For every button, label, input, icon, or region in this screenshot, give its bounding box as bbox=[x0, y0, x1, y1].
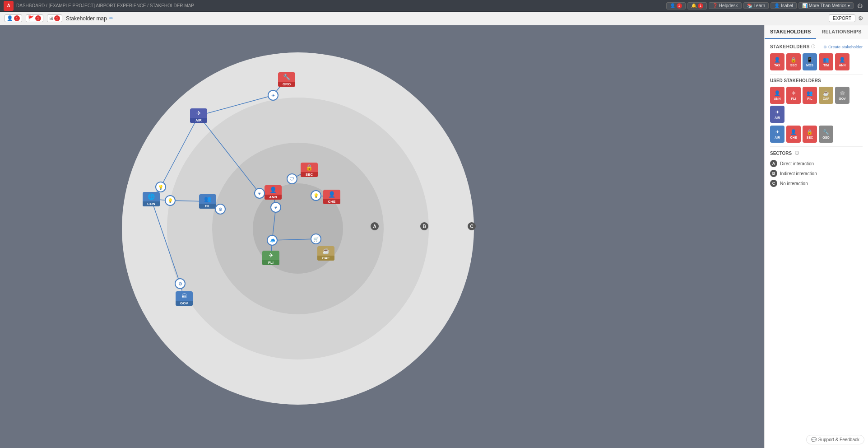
sector-c: C No interaction bbox=[770, 180, 863, 187]
support-feedback-btn[interactable]: 💬 Support & Feedback bbox=[806, 435, 864, 444]
svg-point-2 bbox=[212, 143, 384, 314]
node-ann[interactable]: 👤 ANN bbox=[265, 185, 282, 200]
stakeholders-title: STAKEHOLDERS bbox=[770, 44, 810, 49]
used-sh-sec2[interactable]: 🔒SEC bbox=[803, 126, 817, 143]
svg-line-22 bbox=[272, 239, 316, 240]
helpdesk-label: Helpdesk bbox=[719, 3, 738, 8]
sh-icon-tax[interactable]: 👤 TAX bbox=[770, 53, 784, 70]
sector-b: B Indirect interaction bbox=[770, 170, 863, 177]
export-button[interactable]: EXPORT bbox=[829, 14, 855, 22]
settings-icon[interactable]: ⚙ bbox=[858, 15, 863, 22]
node-gov[interactable]: 🏛 GOV bbox=[176, 291, 193, 306]
nav-right: 👤 1 🔔 1 ❓ Helpdesk 📚 Learn 👤 Isabel 📊 Mo… bbox=[666, 2, 864, 10]
node-fli[interactable]: ✈ FLI bbox=[262, 251, 279, 265]
svg-text:C: C bbox=[470, 224, 473, 229]
svg-line-13 bbox=[161, 116, 199, 187]
used-sh-pil[interactable]: 👥PIL bbox=[803, 87, 817, 104]
circle-node-2[interactable]: 💡 bbox=[155, 182, 166, 192]
circle-node-5[interactable]: 💡 bbox=[311, 190, 321, 201]
user-btn[interactable]: 👤 Isabel bbox=[771, 2, 797, 9]
used-sh-gso[interactable]: 🔧GSO bbox=[819, 126, 833, 143]
used-sh-caf[interactable]: ☕CAF bbox=[819, 87, 833, 104]
tab-group-2[interactable]: 🚩 1 bbox=[26, 14, 43, 22]
svg-point-0 bbox=[122, 52, 474, 405]
circle-node-7[interactable]: ♥ bbox=[270, 202, 281, 213]
circle-node-11[interactable]: ⚙ bbox=[175, 278, 186, 289]
tab-group-1[interactable]: 👤 1 bbox=[5, 14, 22, 22]
sector-c-badge: C bbox=[770, 180, 777, 187]
tab1-badge: 1 bbox=[14, 15, 20, 21]
bell-btn[interactable]: 🔔 1 bbox=[687, 2, 707, 9]
main-area: A B C 🔧 bbox=[0, 25, 868, 448]
sectors-info-icon: ⓘ bbox=[795, 150, 799, 156]
node-con[interactable]: 🌐 CON bbox=[143, 192, 160, 206]
tab-stakeholders[interactable]: STAKEHOLDERS bbox=[765, 25, 816, 39]
sh-icon-ann[interactable]: 👤 ANN bbox=[835, 53, 849, 70]
used-sh-ann[interactable]: 👤ANN bbox=[770, 87, 784, 104]
user-label: Isabel bbox=[781, 3, 793, 8]
used-sh-air2[interactable]: ✈AIR bbox=[770, 106, 784, 123]
divider-2 bbox=[770, 146, 863, 147]
sector-a-label: Direct interaction bbox=[780, 161, 814, 166]
support-icon: 💬 bbox=[811, 437, 817, 442]
sector-a-badge: A bbox=[770, 160, 777, 167]
user-notifications-btn[interactable]: 👤 1 bbox=[666, 2, 686, 9]
svg-point-8 bbox=[468, 222, 476, 230]
user-icon: 👤 bbox=[7, 15, 13, 21]
create-stakeholder-btn[interactable]: ⊕ Create stakeholder bbox=[823, 45, 863, 49]
top-nav: A DASHBOARD / [EXAMPLE PROJECT] AIRPORT … bbox=[0, 0, 868, 12]
bell-badge: 1 bbox=[698, 3, 703, 9]
support-label: Support & Feedback bbox=[818, 437, 859, 442]
used-stakeholders-title: USED STAKEHOLDERS bbox=[770, 78, 863, 83]
node-sec[interactable]: 🔒 SEC bbox=[301, 163, 318, 177]
circle-node-6[interactable]: ♥ bbox=[254, 188, 265, 199]
node-fil[interactable]: 👥 FIL bbox=[199, 194, 216, 209]
stakeholders-section: STAKEHOLDERS ⓘ ⊕ Create stakeholder 👤 TA… bbox=[765, 39, 868, 194]
power-btn[interactable]: ⏻ bbox=[855, 2, 864, 10]
metrics-label: More Than Metrics bbox=[809, 3, 846, 8]
circle-node-3[interactable]: 💡 bbox=[165, 195, 176, 206]
sh-icon-mos[interactable]: 📱 MOS bbox=[803, 53, 817, 70]
circle-node-1[interactable]: ✈ bbox=[268, 90, 279, 101]
svg-text:B: B bbox=[422, 224, 426, 229]
svg-text:A: A bbox=[373, 224, 376, 229]
sh-icon-tim[interactable]: 👥 TIM bbox=[819, 53, 833, 70]
circle-node-4[interactable]: ⚙ bbox=[215, 204, 226, 215]
node-che[interactable]: 👤 CHE bbox=[323, 190, 340, 204]
tab-relationships[interactable]: RELATIONSHIPS bbox=[816, 25, 867, 39]
sector-b-badge: B bbox=[770, 170, 777, 177]
edit-icon[interactable]: ✏ bbox=[109, 15, 113, 21]
circle-node-10[interactable]: 🧢 bbox=[267, 235, 278, 246]
circle-node-9[interactable]: 🛒 bbox=[311, 233, 321, 244]
sh-icon-sec[interactable]: 🔒 SEC bbox=[786, 53, 801, 70]
circle-node-8[interactable]: 🛡 bbox=[287, 173, 297, 184]
sectors-title: SECTORS ⓘ bbox=[770, 150, 863, 156]
stakeholders-icons-row: 👤 TAX 🔒 SEC 📱 MOS 👥 TIM 👤 ANN bbox=[770, 53, 863, 70]
metrics-btn[interactable]: 📊 More Than Metrics ▾ bbox=[798, 2, 854, 9]
helpdesk-btn[interactable]: ❓ Helpdesk bbox=[709, 2, 742, 9]
toolbar: 👤 1 🚩 1 ⊞ 1 Stakeholder map ✏ EXPORT ⚙ bbox=[0, 12, 868, 25]
svg-point-1 bbox=[167, 98, 429, 359]
used-sh-gov2[interactable]: 🏛GOV bbox=[835, 87, 849, 104]
map-area[interactable]: A B C 🔧 bbox=[0, 25, 764, 448]
breadcrumb: DASHBOARD / [EXAMPLE PROJECT] AIRPORT EX… bbox=[16, 3, 194, 8]
panel-tabs: STAKEHOLDERS RELATIONSHIPS FILTER bbox=[765, 25, 868, 39]
node-gro[interactable]: 🔧 GRO bbox=[278, 72, 295, 87]
stakeholders-info-icon: ⓘ bbox=[811, 44, 815, 50]
learn-btn[interactable]: 📚 Learn bbox=[743, 2, 769, 9]
map-svg: A B C bbox=[0, 25, 764, 448]
used-sh-che[interactable]: 👤CHE bbox=[786, 126, 801, 143]
divider-1 bbox=[770, 74, 863, 75]
node-caf[interactable]: ☕ CAF bbox=[317, 246, 334, 261]
used-sh-fli[interactable]: ✈FLI bbox=[786, 87, 801, 104]
svg-point-6 bbox=[420, 222, 428, 230]
used-sh-air3[interactable]: ✈AIR bbox=[770, 126, 784, 143]
toolbar-right: EXPORT ⚙ bbox=[829, 14, 863, 22]
svg-line-11 bbox=[199, 95, 273, 116]
tab2-badge: 1 bbox=[35, 15, 41, 21]
node-air[interactable]: ✈ AIR bbox=[190, 108, 207, 123]
grid-icon: ⊞ bbox=[49, 15, 53, 21]
learn-label: Learn bbox=[754, 3, 766, 8]
used-stakeholders-row-1: 👤ANN ✈FLI 👥PIL ☕CAF 🏛GOV ✈AIR bbox=[770, 87, 863, 123]
tab-group-3[interactable]: ⊞ 1 bbox=[47, 14, 62, 22]
